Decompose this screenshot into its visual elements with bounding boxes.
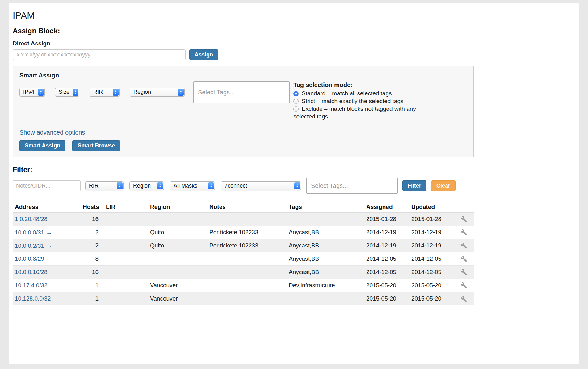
select-value: IPv4 xyxy=(20,89,37,95)
smart-assign-row: IPv4▲▼Size▲▼RIR▲▼Region▲▼ Select Tags...… xyxy=(19,81,467,120)
cell-actions xyxy=(454,279,474,292)
page-title: IPAM xyxy=(13,10,575,21)
wrench-icon[interactable] xyxy=(460,269,467,276)
cell-notes xyxy=(207,252,286,266)
filter-select-rir[interactable]: RIR▲▼ xyxy=(85,181,124,190)
cell-actions xyxy=(454,226,474,239)
smart-select-rir[interactable]: RIR▲▼ xyxy=(90,88,120,97)
cell-region xyxy=(148,252,207,266)
tag-mode-option: Strict – match exactly the selected tags xyxy=(293,97,426,105)
smart-assign-heading: Smart Assign xyxy=(19,72,467,79)
wrench-icon[interactable] xyxy=(460,229,467,236)
direct-assign-row: Assign xyxy=(13,49,575,60)
cell-tags: Anycast,BB xyxy=(286,239,364,252)
filter-selects: RIR▲▼Region▲▼All Masks▲▼7connect▲▼ xyxy=(85,181,301,190)
select-arrows-icon: ▲▼ xyxy=(208,182,214,189)
cell-lir xyxy=(103,266,148,279)
smart-tags-placeholder: Select Tags... xyxy=(198,89,235,96)
filter-select-7connect[interactable]: 7connect▲▼ xyxy=(221,181,301,190)
radio-button-selected[interactable] xyxy=(293,91,299,96)
cell-assigned: 2014-12-19 xyxy=(364,226,409,239)
cell-lir xyxy=(103,239,148,252)
address-link[interactable]: 10.17.4.0/32 xyxy=(15,282,48,288)
table-body: 1.0.20.48/28162015-01-282015-01-2810.0.0… xyxy=(13,213,474,305)
filter-row: RIR▲▼Region▲▼All Masks▲▼7connect▲▼ Selec… xyxy=(13,178,575,194)
expand-arrow-icon[interactable]: → xyxy=(46,242,52,249)
radio-label: Standard – match all selected tags xyxy=(302,90,392,97)
cell-region xyxy=(148,213,207,226)
clear-button[interactable]: Clear xyxy=(431,180,456,191)
wrench-icon[interactable] xyxy=(460,255,467,263)
address-link[interactable]: 10.0.0.8/29 xyxy=(15,255,44,262)
column-header-tags: Tags xyxy=(286,202,364,213)
cell-hosts: 2 xyxy=(80,226,103,239)
cell-notes xyxy=(207,266,286,279)
cell-actions xyxy=(454,213,474,226)
direct-assign-input[interactable] xyxy=(13,49,186,60)
filter-tags-input[interactable]: Select Tags... xyxy=(306,178,398,194)
cell-hosts: 1 xyxy=(80,292,103,305)
filter-select-all-masks[interactable]: All Masks▲▼ xyxy=(170,181,215,190)
smart-select-size[interactable]: Size▲▼ xyxy=(55,88,79,97)
cell-actions xyxy=(454,252,474,266)
filter-select-region[interactable]: Region▲▼ xyxy=(129,181,164,190)
select-value: 7connect xyxy=(221,183,250,189)
cell-lir xyxy=(103,252,148,266)
table-row: 10.0.0.16/2816Anycast,BB2014-12-052014-1… xyxy=(13,266,474,279)
select-arrows-icon: ▲▼ xyxy=(294,182,300,189)
radio-button[interactable] xyxy=(293,99,299,104)
column-header-hosts: Hosts xyxy=(80,202,103,213)
assign-button[interactable]: Assign xyxy=(189,49,218,60)
filter-button[interactable]: Filter xyxy=(402,180,426,191)
cell-notes xyxy=(207,292,286,305)
table-row: 10.0.0.0/31→2QuitoPor tickete 102233Anyc… xyxy=(13,226,474,239)
cell-updated: 2015-01-28 xyxy=(409,213,454,226)
cell-assigned: 2014-12-05 xyxy=(364,252,409,266)
cell-updated: 2014-12-05 xyxy=(409,266,454,279)
cell-assigned: 2015-05-20 xyxy=(364,292,409,305)
cell-updated: 2015-05-20 xyxy=(409,292,454,305)
smart-assign-button[interactable]: Smart Assign xyxy=(19,140,65,151)
cell-assigned: 2015-05-20 xyxy=(364,279,409,292)
wrench-icon[interactable] xyxy=(460,282,467,289)
expand-arrow-icon[interactable]: → xyxy=(46,229,52,236)
select-value: Region xyxy=(130,183,153,189)
cell-hosts: 8 xyxy=(80,252,103,266)
smart-tags-input[interactable]: Select Tags... xyxy=(193,81,290,103)
cell-actions xyxy=(454,266,474,279)
address-link[interactable]: 10.128.0.0/32 xyxy=(15,295,51,302)
wrench-icon[interactable] xyxy=(460,295,467,302)
select-arrows-icon: ▲▼ xyxy=(73,89,78,96)
cell-hosts: 16 xyxy=(80,266,103,279)
select-arrows-icon: ▲▼ xyxy=(117,182,123,189)
notes-cidr-input[interactable] xyxy=(13,180,81,191)
radio-button[interactable] xyxy=(293,106,299,112)
wrench-icon[interactable] xyxy=(460,216,467,223)
cell-region: Quito xyxy=(148,226,207,239)
table-row: 10.17.4.0/321VancouverDev,Infrastructure… xyxy=(13,279,474,292)
cell-tags: Dev,Infrastructure xyxy=(286,279,364,292)
smart-select-region[interactable]: Region▲▼ xyxy=(130,88,185,97)
wrench-icon[interactable] xyxy=(460,242,467,249)
cell-assigned: 2014-12-05 xyxy=(364,266,409,279)
column-header-notes: Notes xyxy=(207,202,286,213)
cell-region: Vancouver xyxy=(148,279,207,292)
address-link[interactable]: 1.0.20.48/28 xyxy=(15,216,48,222)
tag-mode-heading: Tag selection mode: xyxy=(293,81,426,89)
cell-notes: Por tickete 102233 xyxy=(207,239,286,252)
cell-region xyxy=(148,266,207,279)
cell-updated: 2015-05-20 xyxy=(409,279,454,292)
address-link[interactable]: 10.0.0.0/31 xyxy=(15,229,44,236)
tag-selection-mode: Tag selection mode: Standard – match all… xyxy=(293,81,426,120)
cell-region: Vancouver xyxy=(148,292,207,305)
smart-browse-button[interactable]: Smart Browse xyxy=(72,140,120,151)
column-header-updated: Updated xyxy=(409,202,454,213)
show-advanced-link[interactable]: Show advanced options xyxy=(19,129,85,136)
table-header-row: AddressHostsLIRRegionNotesTagsAssignedUp… xyxy=(13,202,474,213)
address-link[interactable]: 10.0.0.16/28 xyxy=(15,269,48,275)
cell-hosts: 2 xyxy=(80,239,103,252)
column-header-address: Address xyxy=(13,202,80,213)
smart-select-ipv4[interactable]: IPv4▲▼ xyxy=(19,88,45,97)
cell-assigned: 2014-12-19 xyxy=(364,239,409,252)
address-link[interactable]: 10.0.0.2/31 xyxy=(15,243,44,249)
